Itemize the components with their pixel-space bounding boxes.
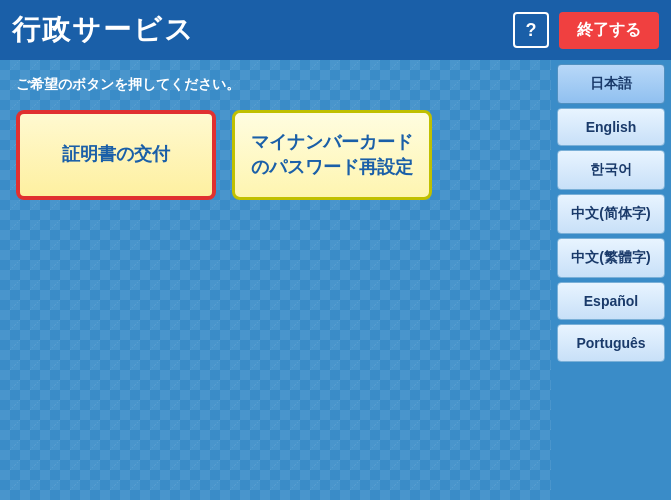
content-area: ご希望のボタンを押してください。 証明書の交付 マイナンバーカードのパスワード再… [0, 60, 551, 500]
lang-button-ja[interactable]: 日本語 [557, 64, 665, 104]
app-title: 行政サービス [12, 11, 195, 49]
lang-button-zh-cn[interactable]: 中文(简体字) [557, 194, 665, 234]
language-sidebar: 日本語 English 한국어 中文(简体字) 中文(繁體字) Español … [551, 60, 671, 500]
mynumber-button[interactable]: マイナンバーカードのパスワード再設定 [232, 110, 432, 200]
help-button[interactable]: ? [513, 12, 549, 48]
lang-button-zh-tw[interactable]: 中文(繁體字) [557, 238, 665, 278]
main-content: ご希望のボタンを押してください。 証明書の交付 マイナンバーカードのパスワード再… [0, 60, 671, 500]
lang-button-es[interactable]: Español [557, 282, 665, 320]
lang-button-en[interactable]: English [557, 108, 665, 146]
exit-button[interactable]: 終了する [559, 12, 659, 49]
header-controls: ? 終了する [513, 12, 659, 49]
service-buttons: 証明書の交付 マイナンバーカードのパスワード再設定 [16, 110, 535, 200]
instruction-text: ご希望のボタンを押してください。 [16, 76, 535, 94]
lang-button-pt[interactable]: Português [557, 324, 665, 362]
lang-button-ko[interactable]: 한국어 [557, 150, 665, 190]
certificate-button[interactable]: 証明書の交付 [16, 110, 216, 200]
header: 行政サービス ? 終了する [0, 0, 671, 60]
